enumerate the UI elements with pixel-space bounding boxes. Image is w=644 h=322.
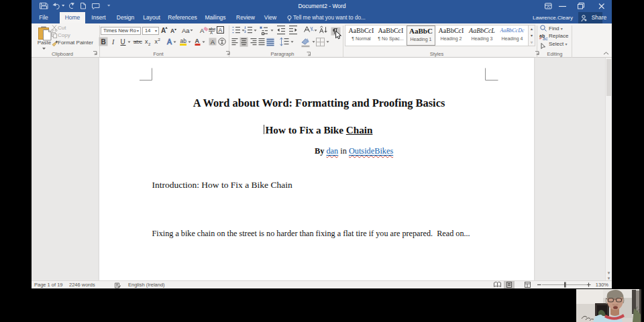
- svg-text:ab: ab: [180, 38, 187, 44]
- svg-text:2: 2: [158, 38, 161, 42]
- svg-text:2: 2: [148, 42, 151, 46]
- svg-text:A: A: [195, 38, 200, 44]
- svg-text:A: A: [211, 39, 215, 46]
- svg-text:A: A: [219, 27, 223, 34]
- svg-text:Aa: Aa: [182, 27, 190, 34]
- svg-text:A: A: [170, 28, 174, 34]
- svg-text:A: A: [167, 38, 172, 46]
- svg-text:ac: ac: [543, 36, 548, 41]
- svg-text:I: I: [111, 38, 115, 46]
- svg-text:A: A: [200, 27, 205, 34]
- svg-text:B: B: [101, 38, 106, 46]
- svg-text:U: U: [121, 38, 125, 46]
- svg-text:A: A: [161, 27, 166, 34]
- svg-text:abc: abc: [133, 39, 142, 45]
